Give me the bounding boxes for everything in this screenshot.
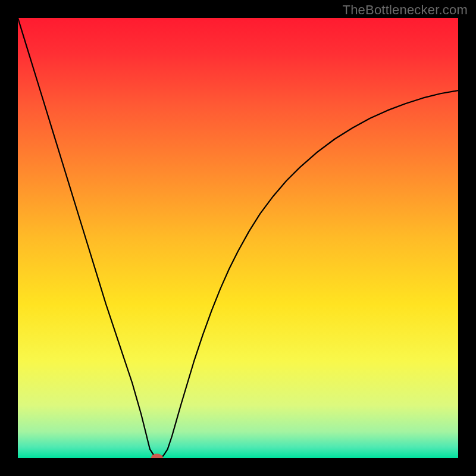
watermark-text: TheBottlenecker.com — [343, 2, 468, 18]
chart-svg — [18, 18, 458, 458]
gradient-background — [18, 18, 458, 458]
plot-area — [18, 18, 458, 458]
chart-container: TheBottlenecker.com — [0, 0, 476, 476]
